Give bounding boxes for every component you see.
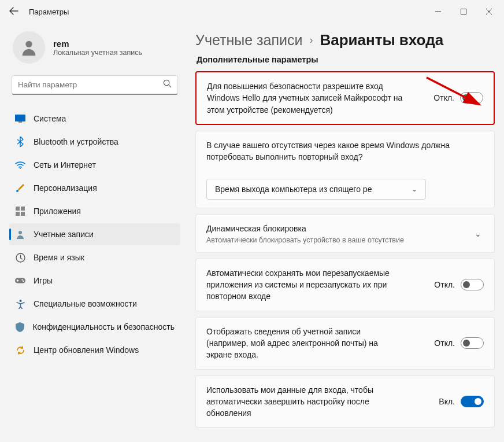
card-title: Динамическая блокировка	[206, 223, 463, 234]
close-icon	[486, 9, 492, 14]
card-windows-hello: Для повышения безопасности разрешите вхо…	[195, 71, 495, 125]
wifi-icon	[15, 160, 25, 170]
sidebar-item-windows-update[interactable]: Центр обновления Windows	[9, 339, 180, 361]
nav-list: Система Bluetooth и устройства Сеть и Ин…	[9, 108, 180, 361]
svg-rect-11	[16, 207, 20, 211]
card-require-signin: В случае вашего отсутствия через какое в…	[195, 131, 495, 209]
sidebar-item-privacy[interactable]: Конфиденциальность и безопасность	[9, 316, 180, 338]
brush-icon	[15, 183, 25, 193]
sidebar-item-label: Учетные записи	[34, 230, 94, 239]
dropdown-value: Время выхода компьютера из спящего ре	[215, 185, 372, 194]
search-input[interactable]	[18, 80, 163, 89]
person-icon	[19, 38, 39, 57]
chevron-down-icon: ⌄	[412, 185, 417, 193]
svg-point-5	[164, 80, 169, 85]
breadcrumb-parent[interactable]: Учетные записи	[195, 32, 302, 49]
sidebar-item-label: Время и язык	[34, 253, 84, 262]
sidebar-item-label: Система	[34, 114, 66, 123]
maximize-icon	[461, 9, 466, 14]
back-button[interactable]	[9, 6, 25, 17]
user-subtitle: Локальная учетная запись	[53, 49, 142, 57]
back-arrow-icon	[9, 6, 18, 16]
sidebar: rem Локальная учетная запись Система Blu…	[0, 23, 185, 442]
svg-point-10	[16, 190, 18, 192]
card-text: Использовать мои данные для входа, чтобы…	[206, 384, 403, 419]
sidebar-item-gaming[interactable]: Игры	[9, 270, 180, 292]
sidebar-item-apps[interactable]: Приложения	[9, 200, 180, 222]
card-text: Отображать сведения об учетной записи (н…	[206, 326, 403, 361]
sidebar-item-label: Специальные возможности	[34, 299, 137, 308]
page-title: Варианты входа	[320, 31, 443, 49]
toggle-windows-hello[interactable]	[460, 92, 483, 104]
toggle-state-label: Откл.	[434, 338, 455, 348]
titlebar: Параметры	[0, 0, 504, 23]
card-show-account-info: Отображать сведения об учетной записи (н…	[195, 317, 495, 370]
svg-point-4	[25, 41, 32, 47]
card-text: В случае вашего отсутствия через какое в…	[206, 139, 484, 163]
toggle-autorestart[interactable]	[461, 279, 484, 290]
chevron-right-icon: ›	[309, 34, 313, 46]
update-icon	[15, 345, 25, 355]
accessibility-icon	[15, 299, 25, 309]
svg-point-9	[20, 168, 21, 169]
sidebar-item-label: Игры	[34, 276, 53, 285]
svg-rect-14	[21, 212, 25, 216]
svg-line-6	[169, 85, 171, 87]
dropdown-require-signin[interactable]: Время выхода компьютера из спящего ре ⌄	[206, 179, 426, 200]
sidebar-item-label: Приложения	[34, 207, 81, 216]
svg-point-18	[22, 279, 23, 281]
shield-icon	[15, 322, 24, 332]
user-name: rem	[53, 39, 142, 49]
card-text: Для повышения безопасности разрешите вхо…	[207, 80, 403, 116]
toggle-use-signin-info[interactable]	[461, 396, 484, 407]
card-text: Автоматически сохранять мои перезапускае…	[206, 267, 403, 303]
bluetooth-icon	[15, 137, 25, 147]
sidebar-item-time-language[interactable]: Время и язык	[9, 246, 180, 268]
card-subtitle: Автоматически блокировать устройство в в…	[206, 236, 463, 244]
chevron-down-icon[interactable]: ⌄	[472, 229, 484, 238]
svg-rect-13	[16, 212, 20, 216]
svg-rect-7	[15, 115, 25, 121]
person-icon	[15, 229, 25, 240]
maximize-button[interactable]	[451, 3, 476, 20]
user-block[interactable]: rem Локальная учетная запись	[9, 25, 180, 75]
section-heading: Дополнительные параметры	[197, 55, 495, 64]
sidebar-item-system[interactable]: Система	[9, 108, 180, 130]
svg-rect-12	[21, 207, 25, 211]
close-button[interactable]	[476, 3, 502, 20]
sidebar-item-accessibility[interactable]: Специальные возможности	[9, 293, 180, 315]
sidebar-item-label: Персонализация	[34, 183, 97, 193]
clock-globe-icon	[15, 252, 25, 263]
svg-point-19	[23, 281, 24, 282]
minimize-button[interactable]	[425, 3, 451, 20]
minimize-icon	[435, 9, 441, 14]
gamepad-icon	[15, 275, 25, 286]
sidebar-item-accounts[interactable]: Учетные записи	[9, 223, 180, 245]
card-dynamic-lock[interactable]: Динамическая блокировка Автоматически бл…	[195, 214, 495, 252]
card-use-signin-info: Использовать мои данные для входа, чтобы…	[195, 375, 495, 428]
window-title: Параметры	[29, 8, 69, 16]
toggle-account-info[interactable]	[461, 337, 484, 349]
sidebar-item-label: Bluetooth и устройства	[34, 137, 118, 146]
sidebar-item-bluetooth[interactable]: Bluetooth и устройства	[9, 131, 180, 153]
svg-point-20	[19, 300, 21, 302]
svg-rect-1	[461, 9, 466, 14]
apps-icon	[15, 206, 25, 216]
sidebar-item-label: Сеть и Интернет	[34, 160, 96, 170]
svg-point-15	[18, 231, 22, 234]
card-autorestart-apps: Автоматически сохранять мои перезапускае…	[195, 259, 495, 311]
sidebar-item-network[interactable]: Сеть и Интернет	[9, 154, 180, 176]
svg-rect-8	[18, 121, 22, 123]
main-content: Учетные записи › Варианты входа Дополнит…	[185, 23, 504, 442]
monitor-icon	[15, 113, 25, 124]
sidebar-item-personalization[interactable]: Персонализация	[9, 177, 180, 199]
avatar	[13, 31, 45, 64]
search-icon	[163, 79, 172, 90]
toggle-state-label: Вкл.	[439, 397, 455, 406]
toggle-state-label: Откл.	[433, 93, 454, 102]
search-box[interactable]	[12, 75, 178, 95]
toggle-state-label: Откл.	[434, 280, 455, 289]
sidebar-item-label: Конфиденциальность и безопасность	[32, 322, 175, 332]
sidebar-item-label: Центр обновления Windows	[34, 345, 139, 355]
breadcrumb: Учетные записи › Варианты входа	[195, 31, 495, 49]
